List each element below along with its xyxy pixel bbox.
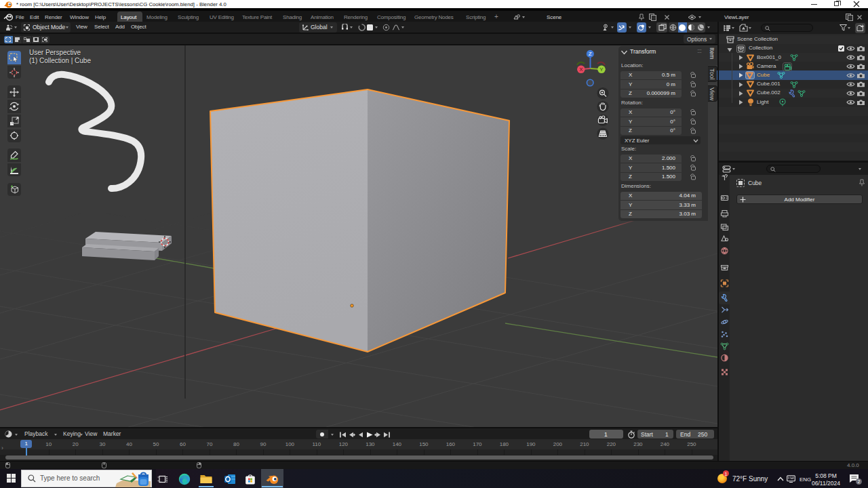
- svg-text:X: X: [579, 66, 583, 73]
- svg-text:Y: Y: [599, 66, 604, 73]
- svg-text:Z: Z: [589, 51, 592, 57]
